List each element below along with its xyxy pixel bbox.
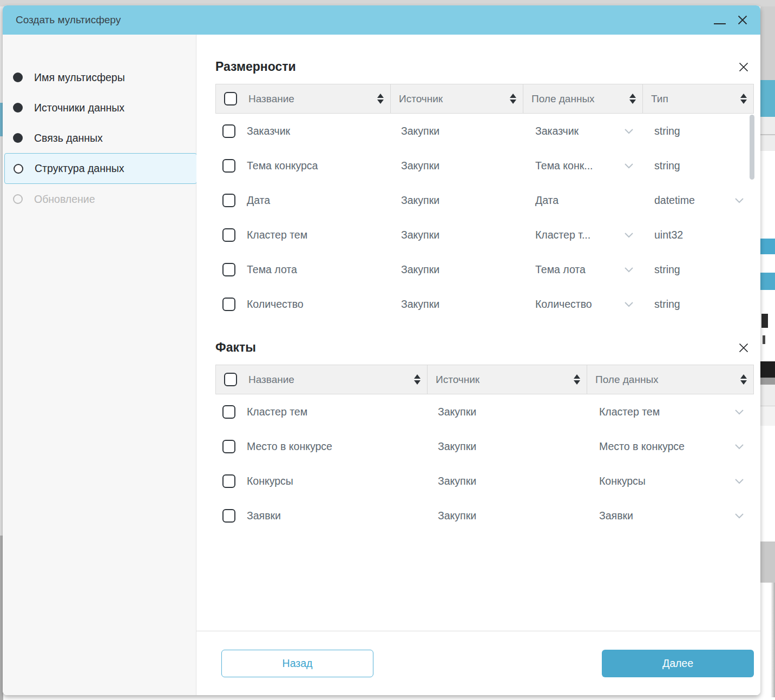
row-name: Количество <box>247 298 304 311</box>
screen: Создать мультисферу Имя мультисферы Исто… <box>0 0 775 700</box>
row-type: string <box>654 298 680 311</box>
row-source: Закупки <box>438 510 476 522</box>
row-name: Место в конкурсе <box>247 440 332 453</box>
next-button[interactable]: Далее <box>602 650 754 677</box>
row-source: Закупки <box>438 475 476 487</box>
chevron-down-icon[interactable] <box>734 409 744 415</box>
table-row: Место в конкурсе Закупки Место в конкурс… <box>215 429 754 464</box>
sort-icon[interactable] <box>510 94 516 104</box>
chevron-down-icon[interactable] <box>624 163 634 169</box>
background-window-fragment <box>760 6 775 700</box>
row-field: Количество <box>535 298 592 311</box>
step-label: Обновление <box>34 193 95 206</box>
select-all-checkbox[interactable] <box>224 373 237 386</box>
row-checkbox[interactable] <box>222 440 235 453</box>
row-name: Конкурсы <box>247 475 293 487</box>
row-checkbox[interactable] <box>222 228 235 242</box>
chevron-down-icon[interactable] <box>734 513 744 519</box>
row-field: Тема лота <box>535 263 586 276</box>
row-source: Закупки <box>401 229 439 241</box>
sort-icon[interactable] <box>740 94 747 104</box>
chevron-down-icon[interactable] <box>624 232 634 238</box>
facts-table-header: Название Источник Поле данных <box>215 365 754 394</box>
dialog-title: Создать мультисферу <box>16 14 121 26</box>
row-source: Закупки <box>401 194 439 207</box>
facts-title: Факты <box>215 340 256 355</box>
row-checkbox[interactable] <box>222 509 235 523</box>
row-type: string <box>654 160 680 172</box>
sort-icon[interactable] <box>414 374 421 385</box>
step-done-bullet-icon <box>13 103 23 113</box>
table-row: Тема лота Закупки Тема лота string <box>215 252 754 287</box>
create-multisphere-dialog: Создать мультисферу Имя мультисферы Исто… <box>3 5 760 695</box>
step-done-bullet-icon <box>13 72 23 82</box>
row-name: Тема конкурса <box>247 160 318 172</box>
header-cell-type: Тип <box>643 84 753 113</box>
chevron-down-icon[interactable] <box>624 267 634 273</box>
data-structure-panel: Размерности Название Источник <box>196 35 760 695</box>
chevron-down-icon[interactable] <box>734 197 744 203</box>
step-label: Структура данных <box>35 162 124 175</box>
minimize-icon[interactable] <box>714 16 726 24</box>
row-field: Заказчик <box>535 125 579 137</box>
column-label: Поле данных <box>595 374 659 386</box>
select-all-checkbox[interactable] <box>224 92 237 105</box>
sort-icon[interactable] <box>740 374 747 385</box>
table-row: Заказчик Закупки Заказчик string <box>215 114 754 148</box>
row-name: Кластер тем <box>247 406 307 418</box>
row-checkbox[interactable] <box>222 194 235 207</box>
chevron-down-icon[interactable] <box>734 444 744 450</box>
sidebar-item-data-sources[interactable]: Источники данных <box>3 93 196 123</box>
table-row: Кластер тем Закупки Кластер т... uint32 <box>215 217 754 252</box>
step-label: Источники данных <box>34 102 124 114</box>
column-label: Тип <box>651 93 668 105</box>
row-field: Тема конк... <box>535 160 593 172</box>
header-cell-source: Источник <box>428 365 587 394</box>
table-row: Заявки Закупки Заявки <box>215 498 754 533</box>
row-field: Кластер тем <box>599 406 660 418</box>
chevron-down-icon[interactable] <box>624 128 634 134</box>
column-label: Название <box>248 374 294 386</box>
row-name: Заявки <box>247 510 281 522</box>
header-cell-name: Название <box>216 84 391 113</box>
chevron-down-icon[interactable] <box>734 478 744 484</box>
dimensions-table-header: Название Источник Поле данных Тип <box>215 84 754 114</box>
facts-close-icon[interactable] <box>738 342 750 354</box>
back-button[interactable]: Назад <box>221 650 373 677</box>
row-field: Место в конкурсе <box>599 440 685 453</box>
dialog-footer: Назад Далее <box>196 631 760 695</box>
sidebar-item-multisphere-name[interactable]: Имя мультисферы <box>3 62 196 93</box>
row-source: Закупки <box>438 406 476 418</box>
table-row: Тема конкурса Закупки Тема конк... strin… <box>215 148 754 183</box>
sort-icon[interactable] <box>574 374 580 385</box>
row-checkbox[interactable] <box>222 405 235 419</box>
dialog-titlebar: Создать мультисферу <box>3 5 760 35</box>
sidebar-item-data-link[interactable]: Связь данных <box>3 123 196 153</box>
wizard-steps-sidebar: Имя мультисферы Источники данных Связь д… <box>3 35 196 695</box>
row-checkbox[interactable] <box>222 159 235 173</box>
sidebar-item-data-structure[interactable]: Структура данных <box>4 153 197 184</box>
close-icon[interactable] <box>737 14 748 26</box>
step-pending-bullet-icon <box>13 194 23 204</box>
table-scrollbar-thumb[interactable] <box>750 115 754 180</box>
step-current-bullet-icon <box>14 164 23 174</box>
row-checkbox[interactable] <box>222 298 235 311</box>
table-row: Дата Закупки Дата datetime <box>215 183 754 217</box>
row-source: Закупки <box>401 298 439 311</box>
header-cell-source: Источник <box>391 84 523 113</box>
dimensions-close-icon[interactable] <box>738 61 750 73</box>
row-field: Кластер т... <box>535 229 590 241</box>
chevron-down-icon[interactable] <box>624 301 634 307</box>
sort-icon[interactable] <box>629 94 636 104</box>
table-row: Кластер тем Закупки Кластер тем <box>215 394 754 429</box>
sort-icon[interactable] <box>377 94 384 104</box>
row-field: Конкурсы <box>599 475 646 487</box>
row-checkbox[interactable] <box>222 124 235 138</box>
row-checkbox[interactable] <box>222 474 235 488</box>
header-cell-name: Название <box>216 365 428 394</box>
column-label: Поле данных <box>531 93 595 105</box>
row-type: string <box>654 263 680 276</box>
sidebar-item-update: Обновление <box>3 184 196 214</box>
row-source: Закупки <box>401 125 439 137</box>
row-checkbox[interactable] <box>222 263 235 276</box>
